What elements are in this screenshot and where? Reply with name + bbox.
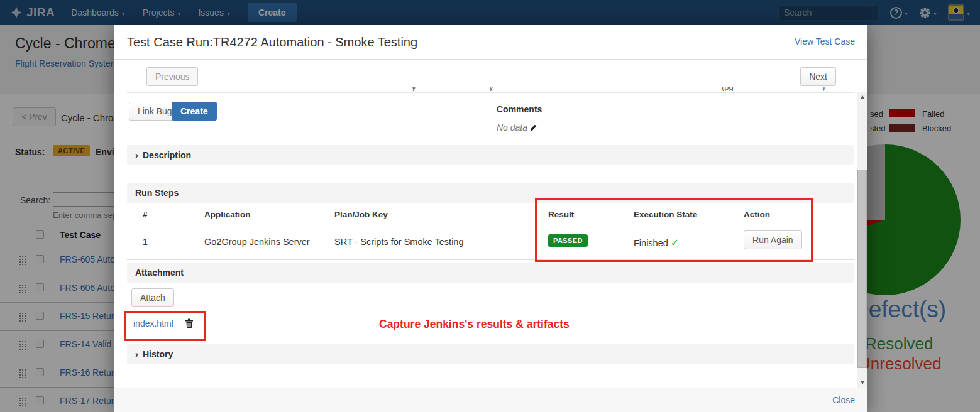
execution-state-value: Finished bbox=[634, 237, 679, 249]
trash-icon[interactable] bbox=[185, 318, 194, 328]
result-passed-badge: PASSED bbox=[548, 234, 588, 247]
col-result: Result bbox=[548, 210, 574, 219]
clipped-text-fragment: ) bbox=[822, 87, 835, 91]
attach-button[interactable]: Attach bbox=[131, 288, 174, 307]
step-application: Go2Group Jenkins Server bbox=[204, 237, 310, 247]
dialog-header: Test Case Run:TR4272 Automation - Smoke … bbox=[114, 25, 867, 60]
clipped-text-fragment: y bbox=[489, 87, 508, 91]
attachment-file-link[interactable]: index.html bbox=[133, 318, 173, 328]
step-plan-job-key: SRT - Scripts for Smoke Testing bbox=[334, 237, 464, 247]
step-num: 1 bbox=[143, 237, 148, 247]
dialog-scroll-area: Link Bug Create Comments No data Descrip… bbox=[114, 92, 867, 388]
attachment-section-header: Attachment bbox=[127, 263, 854, 283]
dialog-footer: Close bbox=[114, 388, 867, 412]
clipped-text-fragment: y bbox=[412, 87, 431, 91]
create-bug-button[interactable]: Create bbox=[172, 102, 217, 121]
next-button[interactable]: Next bbox=[800, 67, 836, 86]
close-link[interactable]: Close bbox=[832, 388, 855, 412]
scrollbar-thumb[interactable] bbox=[857, 170, 867, 368]
col-action: Action bbox=[744, 210, 770, 219]
col-num: # bbox=[143, 210, 148, 219]
test-case-run-dialog: Test Case Run:TR4272 Automation - Smoke … bbox=[114, 25, 867, 412]
run-steps-section-header: Run Steps bbox=[127, 183, 854, 203]
comments-label: Comments bbox=[497, 104, 542, 114]
description-section-toggle[interactable]: Description bbox=[127, 145, 854, 165]
previous-button[interactable]: Previous bbox=[146, 67, 198, 86]
col-plan-job-key: Plan/Job Key bbox=[334, 210, 388, 219]
run-step-row: 1 Go2Group Jenkins Server SRT - Scripts … bbox=[127, 225, 854, 260]
dialog-scrollbar bbox=[857, 92, 867, 388]
dialog-nav-row: Previous Next y y (pg ) bbox=[114, 60, 867, 92]
col-application: Application bbox=[204, 210, 251, 219]
clipped-text-fragment: (pg bbox=[722, 87, 747, 91]
scrollbar-down-arrow[interactable] bbox=[857, 377, 867, 388]
check-icon bbox=[671, 238, 679, 248]
col-execution-state: Execution State bbox=[634, 210, 697, 219]
chevron-right-icon bbox=[135, 149, 138, 161]
run-again-button[interactable]: Run Again bbox=[744, 230, 802, 249]
annotation-note: Capture Jenkins's results & artifacts bbox=[379, 318, 570, 331]
comments-empty: No data bbox=[497, 122, 537, 133]
run-steps-table-header: # Application Plan/Job Key Result Execut… bbox=[127, 205, 854, 225]
scrollbar-up-arrow[interactable] bbox=[857, 92, 867, 102]
attachment-item: index.html bbox=[133, 318, 194, 328]
chevron-right-icon bbox=[135, 349, 138, 360]
dialog-title: Test Case Run:TR4272 Automation - Smoke … bbox=[127, 25, 417, 60]
edit-pencil-icon[interactable] bbox=[529, 124, 537, 132]
view-test-case-link[interactable]: View Test Case bbox=[795, 36, 855, 46]
history-section-toggle[interactable]: History bbox=[127, 344, 854, 364]
